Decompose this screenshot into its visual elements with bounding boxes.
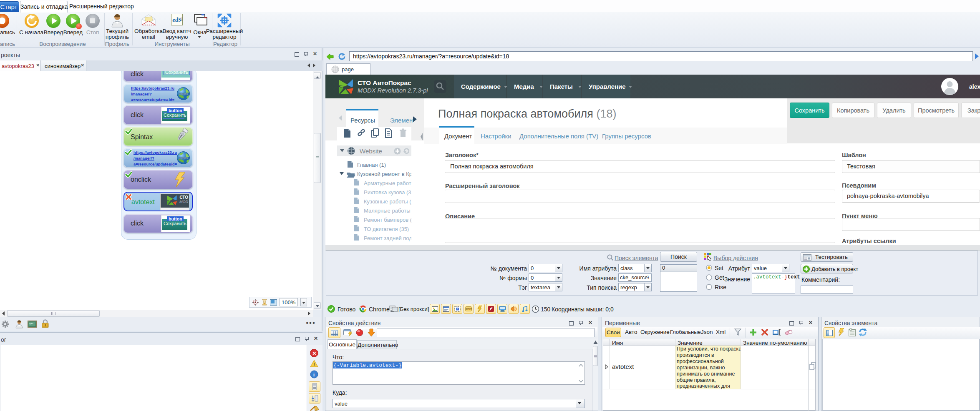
svg-text:!: ! <box>313 362 315 367</box>
svg-text:edsh: edsh <box>172 15 182 24</box>
svg-text:CSS: CSS <box>466 307 472 311</box>
svg-text:✕: ✕ <box>312 351 316 356</box>
svg-text:www: www <box>178 92 189 96</box>
svg-text:www: www <box>178 156 189 160</box>
svg-text:гдвч: гдвч <box>29 322 33 325</box>
svg-text:F: F <box>456 308 458 311</box>
